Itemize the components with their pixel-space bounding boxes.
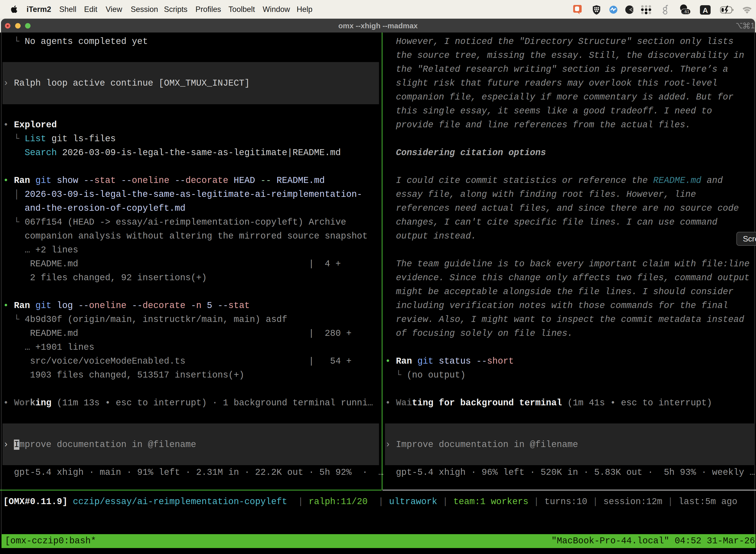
svg-text:..61: ..61 [682, 9, 689, 14]
